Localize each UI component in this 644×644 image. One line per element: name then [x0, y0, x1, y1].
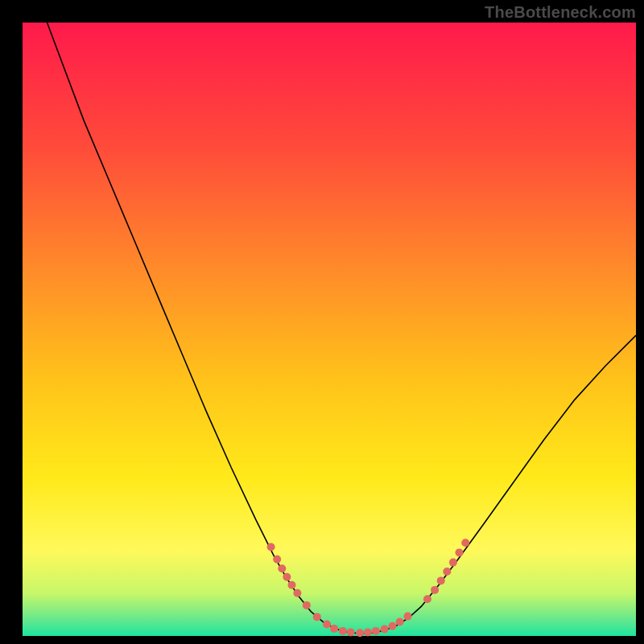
marker-dot: [396, 618, 404, 626]
marker-dot: [449, 559, 457, 567]
marker-dot: [389, 622, 397, 630]
marker-dot: [347, 628, 355, 636]
marker-dot: [339, 627, 347, 635]
marker-dot: [443, 568, 451, 576]
marker-dot: [330, 625, 338, 633]
marker-dot: [372, 627, 380, 635]
chart-container: TheBottleneck.com: [0, 0, 644, 644]
marker-dot: [288, 581, 296, 589]
bottleneck-chart: [0, 0, 644, 644]
marker-dot: [456, 548, 464, 556]
marker-dot: [267, 543, 275, 551]
marker-dot: [313, 613, 321, 621]
marker-dot: [283, 573, 291, 581]
marker-dot: [364, 628, 372, 636]
marker-dot: [423, 595, 431, 603]
marker-dot: [404, 613, 412, 621]
marker-dot: [303, 601, 311, 609]
marker-dot: [437, 576, 445, 584]
marker-dot: [431, 586, 439, 594]
marker-dot: [293, 589, 301, 597]
marker-dot: [381, 625, 389, 634]
marker-dot: [461, 539, 469, 547]
marker-dot: [273, 555, 281, 564]
marker-dot: [323, 621, 331, 629]
plot-background: [23, 23, 636, 636]
watermark-text: TheBottleneck.com: [485, 3, 636, 22]
marker-dot: [356, 629, 364, 637]
marker-dot: [278, 564, 286, 572]
